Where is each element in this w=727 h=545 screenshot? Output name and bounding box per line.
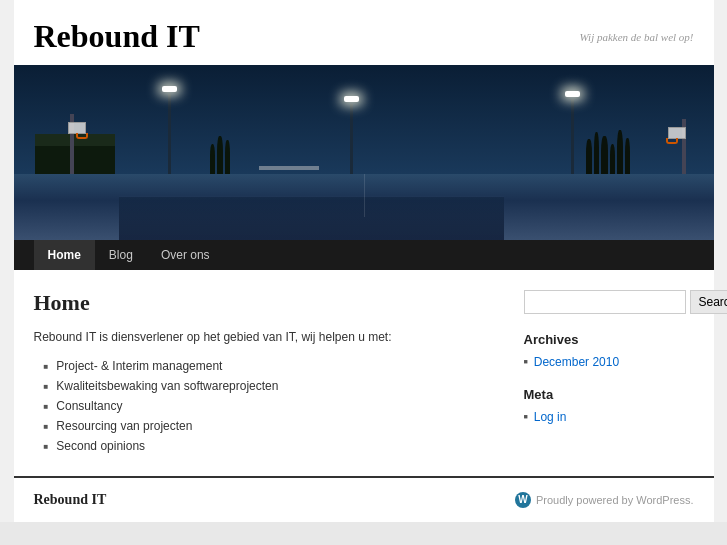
footer-title: Rebound IT	[34, 492, 107, 508]
meta-section: Meta Log in	[524, 387, 694, 426]
hero-image	[14, 65, 714, 240]
service-item-4: Resourcing van projecten	[44, 416, 504, 436]
nav-link-blog[interactable]: Blog	[95, 240, 147, 270]
basketball-hoop-right	[682, 119, 686, 174]
archive-link-dec2010[interactable]: December 2010	[534, 355, 619, 369]
nav-item-home[interactable]: Home	[34, 240, 95, 270]
light-pole-1	[168, 94, 171, 174]
tree-silhouettes	[586, 130, 630, 174]
site-tagline: Wij pakken de bal wel op!	[580, 31, 694, 43]
site-title: Rebound IT	[34, 18, 200, 55]
main-content: Home Rebound IT is diensverlener op het …	[34, 290, 504, 456]
service-item-5: Second opinions	[44, 436, 504, 456]
meta-list: Log in	[524, 408, 694, 426]
content-wrapper: Home Rebound IT is diensverlener op het …	[14, 270, 714, 476]
bench	[259, 166, 319, 170]
archive-item-dec2010[interactable]: December 2010	[524, 353, 694, 371]
search-widget: Search	[524, 290, 694, 314]
service-item-1: Project- & Interim management	[44, 356, 504, 376]
services-list: Project- & Interim management Kwaliteits…	[44, 356, 504, 456]
intro-text: Rebound IT is diensverlener op het gebie…	[34, 330, 504, 344]
meta-heading: Meta	[524, 387, 694, 402]
site-footer: Rebound IT W Proudly powered by WordPres…	[14, 476, 714, 522]
archives-list: December 2010	[524, 353, 694, 371]
service-item-2: Kwaliteitsbewaking van softwareprojecten	[44, 376, 504, 396]
archives-section: Archives December 2010	[524, 332, 694, 371]
nav-link-over-ons[interactable]: Over ons	[147, 240, 224, 270]
search-button[interactable]: Search	[690, 290, 728, 314]
light-pole-3	[571, 99, 574, 174]
light-pole-2	[350, 104, 353, 174]
service-item-3: Consultancy	[44, 396, 504, 416]
tree-silhouettes-mid	[210, 136, 230, 174]
water-reflection	[119, 196, 504, 240]
footer-credit-text: Proudly powered by WordPress.	[536, 494, 694, 506]
basketball-hoop-left	[70, 114, 74, 174]
footer-credit: W Proudly powered by WordPress.	[515, 492, 694, 508]
nav-item-over-ons[interactable]: Over ons	[147, 240, 224, 270]
meta-item-login[interactable]: Log in	[524, 408, 694, 426]
wordpress-logo-icon: W	[515, 492, 531, 508]
court-center-line	[364, 174, 365, 218]
site-header: Rebound IT Wij pakken de bal wel op!	[14, 0, 714, 65]
shelter-silhouette	[35, 134, 115, 174]
login-link[interactable]: Log in	[534, 410, 567, 424]
page-heading: Home	[34, 290, 504, 316]
main-nav: Home Blog Over ons	[14, 240, 714, 270]
nav-link-home[interactable]: Home	[34, 240, 95, 270]
search-input[interactable]	[524, 290, 686, 314]
archives-heading: Archives	[524, 332, 694, 347]
sidebar: Search Archives December 2010 Meta Log i…	[524, 290, 694, 456]
nav-item-blog[interactable]: Blog	[95, 240, 147, 270]
